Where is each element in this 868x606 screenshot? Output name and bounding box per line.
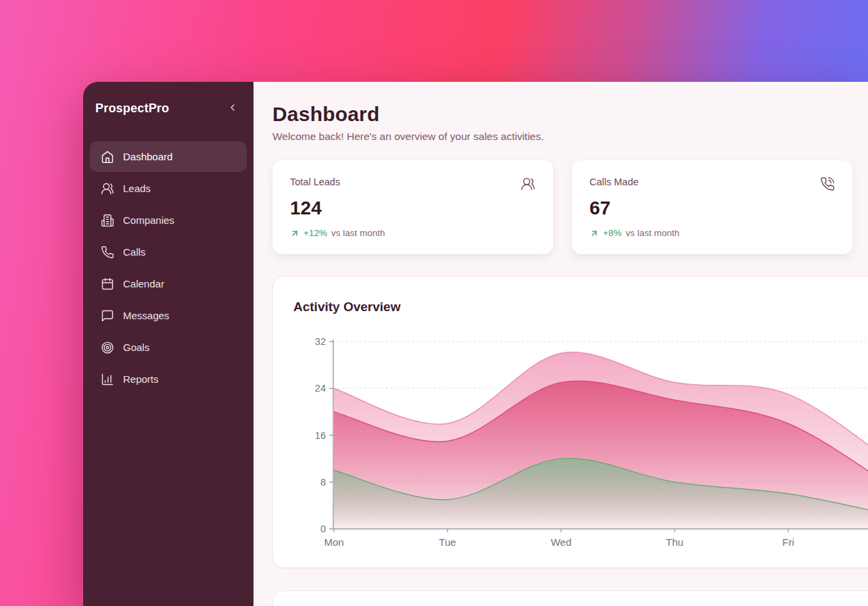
x-axis-label-mon: Mon — [324, 536, 343, 548]
nav-item-label: Goals — [123, 342, 149, 353]
calendar-icon — [101, 277, 114, 291]
users-icon — [101, 182, 114, 195]
x-axis-label-tue: Tue — [439, 536, 456, 548]
stat-card-header: Total Leads — [290, 177, 535, 191]
page-subtitle: Welcome back! Here's an overview of your… — [272, 131, 868, 143]
app-logo: ProspectPro — [95, 101, 169, 116]
stat-label: Calls Made — [589, 177, 639, 187]
nav-item-label: Calendar — [123, 278, 164, 289]
nav-item-label: Dashboard — [123, 151, 172, 162]
sidebar-collapse-button[interactable] — [225, 101, 240, 116]
chevron-left-icon — [227, 102, 238, 115]
x-axis-label-thu: Thu — [666, 536, 683, 548]
stat-value: 124 — [290, 197, 535, 219]
svg-text:8: 8 — [320, 477, 326, 488]
stat-trend-value: +8% — [603, 228, 621, 238]
chart-title: Activity Overview — [293, 300, 400, 314]
stat-card: Total Leads 124 +12% vs last month — [272, 160, 553, 254]
users-icon — [521, 177, 535, 191]
stat-trend: +12% vs last month — [290, 228, 535, 238]
svg-text:16: 16 — [315, 430, 326, 441]
x-axis-label-fri: Fri — [782, 536, 794, 548]
lower-card — [272, 590, 868, 606]
activity-chart: 08162432MonTueWedThuFriSat — [273, 277, 868, 569]
phone-icon — [101, 246, 114, 259]
nav-item-label: Reports — [123, 373, 159, 385]
desktop-background: { "app": { "name": "ProspectPro" }, "sid… — [0, 0, 868, 606]
stat-trend-value: +12% — [304, 228, 327, 238]
app-window: ProspectPro Dashboard Leads Companies Ca… — [83, 82, 868, 606]
message-square-icon — [101, 309, 114, 323]
target-icon — [101, 341, 114, 354]
nav-item-label: Messages — [123, 310, 169, 321]
stat-value: 67 — [589, 197, 835, 219]
stat-card: Calls Made 67 +8% vs last month — [572, 160, 852, 254]
building-icon — [101, 214, 114, 227]
sidebar: ProspectPro Dashboard Leads Companies Ca… — [83, 82, 254, 606]
sidebar-item-reports[interactable]: Reports — [90, 364, 247, 394]
phone-call-icon — [820, 177, 835, 191]
sidebar-item-companies[interactable]: Companies — [90, 205, 247, 235]
sidebar-item-dashboard[interactable]: Dashboard — [90, 141, 247, 172]
sidebar-item-calendar[interactable]: Calendar — [90, 269, 247, 299]
stat-trend: +8% vs last month — [589, 228, 835, 238]
sidebar-item-calls[interactable]: Calls — [90, 237, 247, 267]
stat-trend-suffix: vs last month — [625, 228, 679, 238]
sidebar-item-leads[interactable]: Leads — [90, 173, 247, 204]
chart-column-icon — [101, 373, 114, 386]
home-icon — [101, 150, 114, 164]
main-content: Dashboard Welcome back! Here's an overvi… — [254, 82, 868, 606]
sidebar-nav: Dashboard Leads Companies Calls Calendar… — [83, 141, 254, 394]
nav-item-label: Companies — [123, 214, 174, 226]
sidebar-header: ProspectPro — [83, 95, 254, 121]
activity-overview-card: 08162432MonTueWedThuFriSat Activity Over… — [272, 276, 868, 568]
sidebar-item-goals[interactable]: Goals — [90, 332, 247, 363]
arrow-up-right-icon — [589, 229, 599, 238]
arrow-up-right-icon — [290, 229, 299, 238]
stats-row: Total Leads 124 +12% vs last month Calls… — [272, 160, 868, 254]
svg-text:0: 0 — [320, 523, 326, 534]
page-title: Dashboard — [272, 103, 868, 126]
stat-trend-suffix: vs last month — [331, 228, 385, 238]
nav-item-label: Leads — [123, 183, 151, 194]
stat-card-header: Calls Made — [589, 177, 835, 191]
sidebar-item-messages[interactable]: Messages — [90, 300, 247, 331]
svg-text:24: 24 — [315, 383, 326, 394]
x-axis-label-wed: Wed — [551, 536, 572, 548]
svg-text:32: 32 — [315, 336, 326, 347]
stat-label: Total Leads — [290, 177, 340, 187]
nav-item-label: Calls — [123, 246, 145, 258]
